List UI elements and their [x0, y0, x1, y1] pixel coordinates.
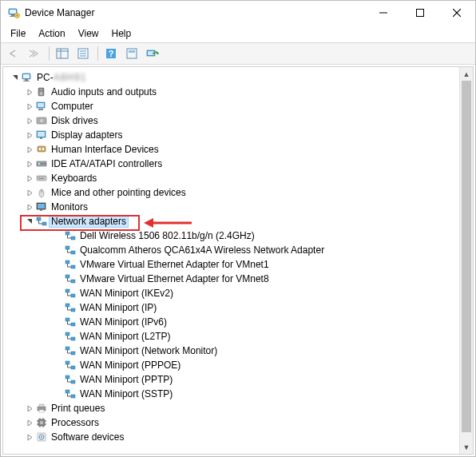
svg-point-44: [38, 163, 40, 165]
expand-arrow-icon[interactable]: [24, 201, 35, 213]
collapse-arrow-icon[interactable]: [10, 72, 21, 83]
svg-rect-82: [71, 395, 75, 398]
help-button[interactable]: ?: [101, 45, 121, 62]
svg-point-28: [39, 92, 42, 95]
tree-item-label: WAN Miniport (SSTP): [80, 388, 173, 399]
expand-arrow-icon[interactable]: [24, 403, 35, 414]
expand-arrow-icon[interactable]: [24, 431, 35, 443]
tree-category-audio-inputs-and-outputs[interactable]: Audio inputs and outputs: [3, 85, 473, 99]
svg-rect-38: [40, 137, 42, 139]
scroll-thumb[interactable]: [462, 81, 471, 432]
menubar: File Action View Help: [1, 25, 475, 42]
expand-arrow-icon[interactable]: [24, 144, 35, 155]
properties-button[interactable]: [73, 45, 93, 62]
tree-category-monitors[interactable]: Monitors: [3, 200, 473, 214]
menu-help[interactable]: Help: [105, 26, 138, 41]
tree-category-computer[interactable]: Computer: [3, 99, 473, 113]
tree-category-human-interface-devices[interactable]: Human Interface Devices: [3, 142, 473, 157]
network-icon: [35, 215, 48, 228]
device-tree[interactable]: PC-A8H91Audio inputs and outputsComputer…: [3, 67, 473, 454]
menu-action[interactable]: Action: [32, 26, 71, 41]
tree-category-ide-ata-atapi-controllers[interactable]: IDE ATA/ATAPI controllers: [3, 157, 473, 171]
svg-rect-72: [71, 323, 75, 326]
expand-arrow-icon[interactable]: [24, 115, 35, 126]
vertical-scrollbar[interactable]: ▲ ▼: [459, 67, 473, 454]
network-icon: [64, 316, 77, 328]
svg-rect-75: [65, 347, 69, 350]
menu-view[interactable]: View: [72, 26, 105, 41]
expand-arrow-icon[interactable]: [24, 173, 35, 184]
minimize-button[interactable]: [365, 1, 402, 25]
mouse-icon: [35, 186, 48, 199]
tree-item-label: Display adapters: [51, 129, 122, 141]
tree-category-processors[interactable]: Processors: [3, 415, 473, 430]
action-button[interactable]: [122, 45, 141, 62]
tree-device-wan-miniport-l2tp-[interactable]: WAN Miniport (L2TP): [3, 329, 473, 344]
expand-arrow-icon[interactable]: [24, 417, 35, 428]
svg-rect-68: [71, 294, 75, 297]
scroll-up-button[interactable]: ▲: [460, 67, 473, 81]
tree-item-label: Processors: [51, 417, 99, 428]
svg-rect-81: [65, 390, 69, 393]
scan-hardware-button[interactable]: [143, 45, 162, 62]
svg-rect-87: [40, 421, 43, 424]
tree-device-wan-miniport-ipv6-[interactable]: WAN Miniport (IPv6): [3, 315, 473, 329]
tree-device-vmware-virtual-ethernet-adapter-for-vmnet8[interactable]: VMware Virtual Ethernet Adapter for VMne…: [3, 272, 473, 286]
svg-point-35: [41, 120, 42, 121]
scroll-down-button[interactable]: ▼: [460, 440, 473, 454]
tree-device-qualcomm-atheros-qca61x4a-wireless-network-adapter[interactable]: Qualcomm Atheros QCA61x4A Wireless Netwo…: [3, 243, 473, 257]
expand-arrow-icon[interactable]: [24, 158, 35, 169]
svg-rect-77: [65, 361, 69, 364]
tree-device-wan-miniport-ip-[interactable]: WAN Miniport (IP): [3, 300, 473, 315]
tree-device-wan-miniport-pppoe-[interactable]: WAN Miniport (PPPOE): [3, 358, 473, 372]
svg-rect-19: [127, 49, 137, 58]
tree-category-network-adapters[interactable]: Network adapters: [3, 214, 473, 228]
expand-arrow-icon[interactable]: [24, 129, 35, 141]
tree-item-label: WAN Miniport (PPPOE): [80, 360, 180, 371]
svg-rect-62: [71, 251, 75, 254]
svg-rect-39: [38, 146, 46, 152]
tree-item-label: WAN Miniport (PPTP): [80, 374, 173, 385]
svg-rect-7: [417, 10, 424, 17]
expand-arrow-icon[interactable]: [24, 101, 35, 112]
tree-category-mice-and-other-pointing-devices[interactable]: Mice and other pointing devices: [3, 185, 473, 200]
display-icon: [35, 129, 48, 141]
close-button[interactable]: [438, 1, 475, 25]
tree-device-wan-miniport-sstp-[interactable]: WAN Miniport (SSTP): [3, 387, 473, 401]
tree-device-wan-miniport-pptp-[interactable]: WAN Miniport (PPTP): [3, 372, 473, 387]
tree-root-computer[interactable]: PC-A8H91: [3, 70, 473, 85]
tree-category-disk-drives[interactable]: Disk drives: [3, 113, 473, 128]
tree-device-wan-miniport-network-monitor-[interactable]: WAN Miniport (Network Monitor): [3, 344, 473, 358]
expand-arrow-icon[interactable]: [24, 187, 35, 198]
tree-category-keyboards[interactable]: Keyboards: [3, 171, 473, 185]
svg-rect-2: [11, 14, 14, 16]
back-button[interactable]: [4, 45, 23, 62]
software-icon: [35, 431, 48, 443]
network-icon: [64, 344, 77, 357]
tree-category-display-adapters[interactable]: Display adapters: [3, 128, 473, 142]
toolbar: ?: [1, 42, 475, 65]
svg-rect-31: [38, 103, 44, 107]
tree-device-dell-wireless-1506-802-11b-g-n-2-4ghz-[interactable]: Dell Wireless 1506 802.11b/g/n (2.4GHz): [3, 228, 473, 243]
maximize-button[interactable]: [402, 1, 438, 25]
forward-button[interactable]: [25, 45, 44, 62]
expand-arrow-icon[interactable]: [24, 86, 35, 97]
tree-item-label: Dell Wireless 1506 802.11b/g/n (2.4GHz): [80, 230, 255, 241]
show-hide-tree-button[interactable]: [53, 45, 72, 62]
tree-category-print-queues[interactable]: Print queues: [3, 401, 473, 415]
tree-device-vmware-virtual-ethernet-adapter-for-vmnet1[interactable]: VMware Virtual Ethernet Adapter for VMne…: [3, 257, 473, 272]
svg-rect-66: [71, 280, 75, 283]
tree-item-label: Print queues: [51, 403, 105, 414]
tree-item-label: Keyboards: [51, 173, 97, 184]
svg-rect-40: [39, 148, 41, 150]
cpu-icon: [35, 416, 48, 429]
tree-item-label: VMware Virtual Ethernet Adapter for VMne…: [80, 259, 269, 270]
speaker-icon: [35, 85, 48, 98]
collapse-arrow-icon[interactable]: [24, 216, 35, 227]
svg-rect-73: [65, 332, 69, 336]
menu-file[interactable]: File: [4, 26, 32, 41]
svg-rect-25: [25, 79, 28, 81]
tree-device-wan-miniport-ikev2-[interactable]: WAN Miniport (IKEv2): [3, 286, 473, 300]
tree-category-software-devices[interactable]: Software devices: [3, 430, 473, 444]
svg-rect-1: [10, 10, 16, 14]
